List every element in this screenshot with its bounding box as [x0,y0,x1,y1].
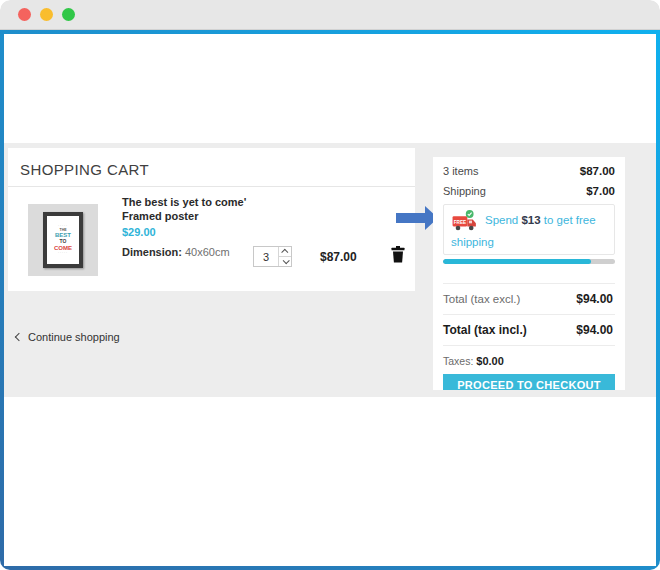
quantity-decrease-button[interactable] [279,256,291,266]
page-viewport: SHOPPING CART ····· THE BEST TO COME ···… [0,30,660,570]
proceed-to-checkout-button[interactable]: PROCEED TO CHECKOUT [443,374,615,390]
trash-icon[interactable] [391,246,405,263]
total-incl-value: $94.00 [576,323,613,337]
continue-shopping-link[interactable]: Continue shopping [16,331,120,343]
product-dimension: Dimension: 40x60cm [122,246,246,260]
shopping-cart-panel: SHOPPING CART ····· THE BEST TO COME ···… [8,148,415,291]
shipping-value: $7.00 [586,185,615,197]
chevron-up-icon [281,249,288,256]
chevron-down-icon [282,257,289,264]
free-shipping-amount: $13 [521,214,540,226]
summary-divider [443,345,615,346]
minimize-window-button[interactable] [40,8,53,21]
poster-artwork: ····· THE BEST TO COME ····· [47,216,79,264]
total-excl-row: Total (tax excl.) $94.00 [443,284,615,314]
total-excl-label: Total (tax excl.) [443,293,520,305]
poster-frame: ····· THE BEST TO COME ····· [43,212,83,268]
items-count-label: 3 items [443,165,478,177]
free-shipping-text-prefix: Spend [485,214,521,226]
quantity-increase-button[interactable] [279,247,291,256]
total-excl-value: $94.00 [576,292,613,306]
total-incl-row: Total (tax incl.) $94.00 [443,315,615,345]
maximize-window-button[interactable] [62,8,75,21]
free-shipping-progress-fill [443,259,591,264]
summary-items-row: 3 items $87.00 [443,164,615,178]
items-total-value: $87.00 [580,165,615,177]
browser-window: SHOPPING CART ····· THE BEST TO COME ···… [0,0,660,570]
product-thumbnail[interactable]: ····· THE BEST TO COME ····· [28,204,98,276]
quantity-stepper[interactable]: 3 [253,246,292,267]
annotation-arrow [396,213,425,223]
total-incl-label: Total (tax incl.) [443,323,527,337]
line-item-total: $87.00 [320,250,357,264]
product-name-line2[interactable]: Framed poster [122,210,246,224]
summary-shipping-row: Shipping $7.00 [443,184,615,198]
truck-free-label: FREE [454,220,466,225]
close-window-button[interactable] [18,8,31,21]
cart-item-row: ····· THE BEST TO COME ····· The best is… [8,187,415,290]
taxes-row: Taxes: $0.00 [443,355,615,367]
free-shipping-banner: FREE Spend $13 to get free shipping [443,204,615,255]
shipping-label: Shipping [443,185,486,197]
dimension-label: Dimension: [122,246,182,258]
free-shipping-progress-track [443,259,615,264]
taxes-label: Taxes: [443,355,473,367]
taxes-value: $0.00 [476,355,504,367]
dimension-value: 40x60cm [185,246,230,258]
product-name-line1[interactable]: The best is yet to come' [122,196,246,210]
product-unit-price: $29.00 [122,226,246,240]
page-title: SHOPPING CART [8,148,415,187]
chevron-left-icon [15,333,23,341]
browser-titlebar [0,0,660,30]
quantity-controls [278,247,291,266]
quantity-value[interactable]: 3 [254,247,278,266]
product-details: The best is yet to come' Framed poster $… [122,196,246,259]
continue-shopping-label: Continue shopping [28,331,120,343]
free-shipping-truck-icon: FREE [451,209,479,233]
cart-summary-panel: 3 items $87.00 Shipping $7.00 FREE Spend… [433,157,625,390]
poster-dots-bottom: ····· [58,252,68,255]
